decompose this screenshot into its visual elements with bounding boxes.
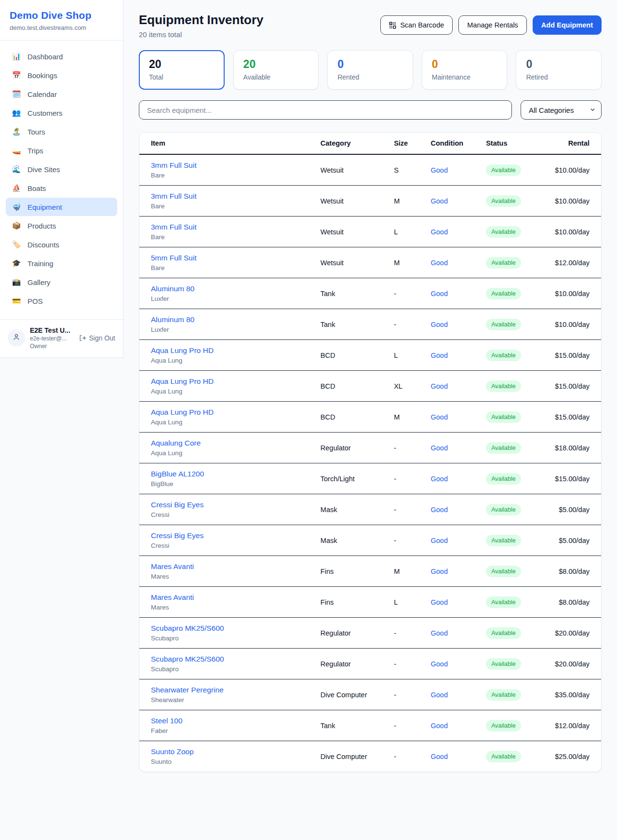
item-brand: Aqua Lung bbox=[151, 449, 305, 457]
sidebar-item-products[interactable]: 📦Products bbox=[6, 217, 117, 235]
condition-link[interactable]: Good bbox=[431, 660, 448, 668]
pos-icon: 💳 bbox=[12, 297, 21, 305]
item-link[interactable]: Aqua Lung Pro HD bbox=[151, 408, 305, 417]
condition-link[interactable]: Good bbox=[431, 537, 448, 544]
condition-link[interactable]: Good bbox=[431, 629, 448, 637]
item-brand: Mares bbox=[151, 573, 305, 580]
item-link[interactable]: 5mm Full Suit bbox=[151, 254, 305, 262]
condition-link[interactable]: Good bbox=[431, 722, 448, 730]
dive-sites-icon: 🌊 bbox=[12, 165, 21, 174]
item-link[interactable]: Mares Avanti bbox=[151, 593, 305, 602]
condition-link[interactable]: Good bbox=[431, 475, 448, 483]
item-link[interactable]: Steel 100 bbox=[151, 717, 305, 725]
manage-rentals-button[interactable]: Manage Rentals bbox=[458, 15, 527, 35]
sidebar-item-equipment[interactable]: 🤿Equipment bbox=[6, 198, 117, 216]
rental-price: $10.00/day bbox=[555, 290, 590, 298]
condition-link[interactable]: Good bbox=[431, 382, 448, 390]
condition-link[interactable]: Good bbox=[431, 444, 448, 452]
sidebar-item-gallery[interactable]: 📸Gallery bbox=[6, 273, 117, 291]
stat-card-total[interactable]: 20Total bbox=[139, 50, 225, 90]
category-cell: Wetsuit bbox=[321, 259, 344, 267]
sidebar-item-pos[interactable]: 💳POS bbox=[6, 292, 117, 310]
item-link[interactable]: 3mm Full Suit bbox=[151, 223, 305, 231]
stat-value-retired: 0 bbox=[526, 58, 591, 71]
item-link[interactable]: Suunto Zoop bbox=[151, 747, 305, 756]
item-link[interactable]: 3mm Full Suit bbox=[151, 192, 305, 201]
item-link[interactable]: Scubapro MK25/S600 bbox=[151, 624, 305, 633]
add-equipment-button[interactable]: Add Equipment bbox=[533, 15, 602, 35]
condition-link[interactable]: Good bbox=[431, 506, 448, 514]
condition-link[interactable]: Good bbox=[431, 598, 448, 606]
condition-link[interactable]: Good bbox=[431, 166, 448, 174]
sidebar-item-dashboard[interactable]: 📊Dashboard bbox=[6, 47, 117, 66]
sidebar-item-boats[interactable]: ⛵Boats bbox=[6, 179, 117, 197]
stat-label-maintenance: Maintenance bbox=[432, 73, 497, 81]
status-badge: Available bbox=[486, 658, 521, 670]
item-link[interactable]: Aqualung Core bbox=[151, 439, 305, 447]
condition-link[interactable]: Good bbox=[431, 352, 448, 359]
category-select[interactable]: All Categories bbox=[521, 100, 602, 120]
table-row: Aqua Lung Pro HDAqua LungBCDXLGoodAvaila… bbox=[139, 371, 601, 402]
item-link[interactable]: Mares Avanti bbox=[151, 562, 305, 571]
condition-link[interactable]: Good bbox=[431, 228, 448, 236]
gallery-icon: 📸 bbox=[12, 278, 21, 286]
size-cell: M bbox=[394, 197, 400, 205]
condition-link[interactable]: Good bbox=[431, 691, 448, 699]
condition-link[interactable]: Good bbox=[431, 197, 448, 205]
sidebar-item-trips[interactable]: 🚤Trips bbox=[6, 141, 117, 160]
sidebar-item-label: Calendar bbox=[27, 90, 57, 98]
sidebar-item-training[interactable]: 🎓Training bbox=[6, 254, 117, 272]
condition-link[interactable]: Good bbox=[431, 259, 448, 267]
size-cell: - bbox=[394, 722, 396, 730]
item-link[interactable]: Aluminum 80 bbox=[151, 285, 305, 293]
category-cell: BCD bbox=[321, 413, 335, 421]
item-brand: Bare bbox=[151, 233, 305, 241]
item-link[interactable]: Aqua Lung Pro HD bbox=[151, 377, 305, 386]
item-link[interactable]: Cressi Big Eyes bbox=[151, 531, 305, 540]
table-row: Aqua Lung Pro HDAqua LungBCDMGoodAvailab… bbox=[139, 402, 601, 433]
sidebar-item-customers[interactable]: 👥Customers bbox=[6, 104, 117, 122]
category-cell: Regulator bbox=[321, 629, 351, 637]
item-link[interactable]: BigBlue AL1200 bbox=[151, 470, 305, 478]
stat-card-available[interactable]: 20Available bbox=[233, 50, 319, 90]
condition-link[interactable]: Good bbox=[431, 753, 448, 760]
stat-card-rented[interactable]: 0Rented bbox=[327, 50, 413, 90]
brand[interactable]: Demo Dive Shop bbox=[10, 10, 113, 21]
category-cell: Fins bbox=[321, 568, 334, 575]
condition-link[interactable]: Good bbox=[431, 321, 448, 328]
item-link[interactable]: Aluminum 80 bbox=[151, 315, 305, 324]
sidebar-item-bookings[interactable]: 📅Bookings bbox=[6, 66, 117, 84]
sidebar-item-discounts[interactable]: 🏷️Discounts bbox=[6, 235, 117, 254]
search-input[interactable] bbox=[139, 100, 512, 120]
table-row: Cressi Big EyesCressiMask-GoodAvailable$… bbox=[139, 494, 601, 525]
size-cell: - bbox=[394, 629, 396, 637]
filters-row: All Categories bbox=[139, 100, 602, 120]
condition-link[interactable]: Good bbox=[431, 290, 448, 298]
sidebar-item-dive-sites[interactable]: 🌊Dive Sites bbox=[6, 160, 117, 178]
condition-link[interactable]: Good bbox=[431, 568, 448, 575]
sidebar-item-calendar[interactable]: 🗓️Calendar bbox=[6, 85, 117, 103]
size-cell: M bbox=[394, 259, 400, 267]
sidebar-item-label: Dashboard bbox=[27, 53, 63, 61]
column-header-size: Size bbox=[386, 133, 423, 154]
sidebar-item-tours[interactable]: 🏝️Tours bbox=[6, 122, 117, 141]
rental-price: $20.00/day bbox=[555, 629, 590, 637]
item-link[interactable]: Scubapro MK25/S600 bbox=[151, 655, 305, 664]
sign-out-button[interactable]: Sign Out bbox=[78, 332, 116, 344]
status-badge: Available bbox=[486, 226, 521, 238]
item-link[interactable]: 3mm Full Suit bbox=[151, 161, 305, 170]
status-badge: Available bbox=[486, 257, 521, 269]
stat-card-maintenance[interactable]: 0Maintenance bbox=[422, 50, 508, 90]
scan-barcode-button[interactable]: Scan Barcode bbox=[380, 15, 453, 35]
item-link[interactable]: Cressi Big Eyes bbox=[151, 501, 305, 509]
rental-price: $8.00/day bbox=[559, 568, 590, 575]
size-cell: - bbox=[394, 537, 396, 544]
stat-card-retired[interactable]: 0Retired bbox=[516, 50, 602, 90]
column-header-status: Status bbox=[478, 133, 547, 154]
item-link[interactable]: Shearwater Peregrine bbox=[151, 686, 305, 694]
item-brand: Bare bbox=[151, 172, 305, 179]
item-link[interactable]: Aqua Lung Pro HD bbox=[151, 346, 305, 355]
user-meta: E2E Test U... e2e-tester@... Owner bbox=[30, 326, 73, 350]
item-brand: Shearwater bbox=[151, 696, 305, 704]
condition-link[interactable]: Good bbox=[431, 413, 448, 421]
